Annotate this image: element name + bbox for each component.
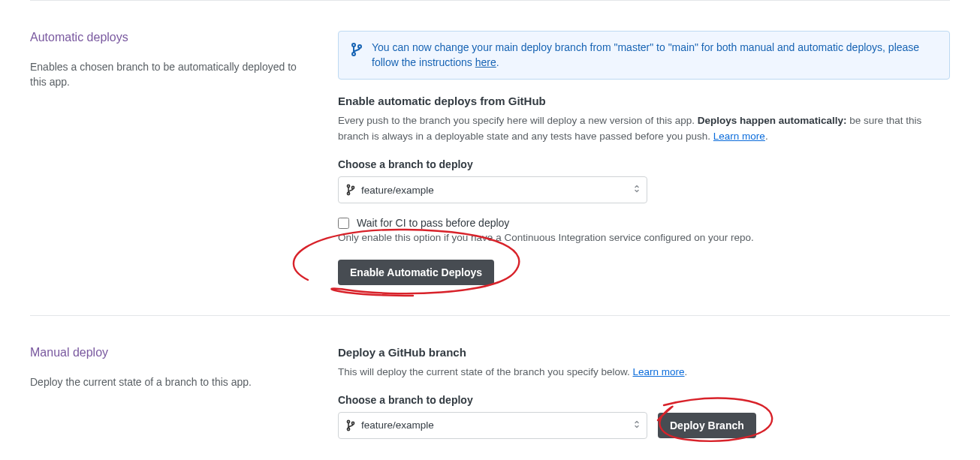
manual-choose-label: Choose a branch to deploy: [338, 394, 950, 406]
section-manual-deploy: Manual deploy Deploy the current state o…: [30, 316, 950, 446]
manual-help-text: This will deploy the current state of th…: [338, 366, 632, 377]
manual-help: This will deploy the current state of th…: [338, 365, 950, 380]
auto-help-strong: Deploys happen automatically:: [698, 115, 847, 126]
auto-choose-label: Choose a branch to deploy: [338, 158, 950, 170]
wait-ci-checkbox[interactable]: [338, 218, 349, 229]
wait-ci-hint: Only enable this option if you have a Co…: [338, 232, 950, 243]
auto-learn-tail: .: [765, 131, 768, 142]
manual-title: Manual deploy: [30, 346, 315, 359]
chevron-updown-icon: [633, 184, 641, 197]
auto-title: Automatic deploys: [30, 31, 315, 44]
main-branch-notice: You can now change your main deploy bran…: [338, 31, 950, 80]
auto-learn-more[interactable]: Learn more: [713, 131, 765, 142]
manual-learn-more[interactable]: Learn more: [632, 366, 684, 377]
auto-subheading: Enable automatic deploys from GitHub: [338, 95, 950, 107]
chevron-updown-icon: [633, 419, 641, 431]
auto-desc: Enables a chosen branch to be automatica…: [30, 59, 315, 90]
enable-automatic-deploys-button[interactable]: Enable Automatic Deploys: [338, 260, 494, 285]
branch-icon: [351, 42, 363, 57]
manual-branch-value: feature/example: [361, 419, 434, 431]
notice-text: You can now change your main deploy bran…: [372, 41, 919, 68]
manual-branch-select[interactable]: feature/example: [338, 412, 647, 439]
wait-ci-label: Wait for CI to pass before deploy: [357, 217, 509, 229]
manual-learn-tail: .: [685, 366, 688, 377]
auto-help-a: Every push to the branch you specify her…: [338, 115, 698, 126]
manual-desc: Deploy the current state of a branch to …: [30, 374, 315, 389]
section-automatic-deploys: Automatic deploys Enables a chosen branc…: [30, 1, 950, 315]
branch-icon: [346, 184, 355, 196]
auto-branch-select[interactable]: feature/example: [338, 176, 647, 203]
notice-link-here[interactable]: here: [475, 56, 496, 68]
auto-help: Every push to the branch you specify her…: [338, 113, 950, 145]
deploy-branch-button[interactable]: Deploy Branch: [658, 413, 756, 438]
auto-branch-value: feature/example: [361, 185, 434, 196]
notice-tail: .: [496, 56, 499, 68]
branch-icon: [346, 419, 355, 431]
manual-subheading: Deploy a GitHub branch: [338, 346, 950, 359]
